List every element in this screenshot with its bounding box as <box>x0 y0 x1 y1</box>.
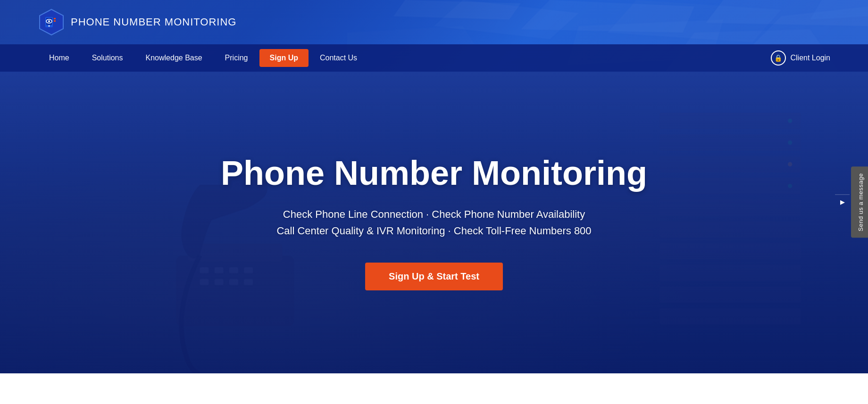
svg-rect-17 <box>54 20 56 22</box>
logo-text: PHONE NUMBER MONITORING <box>71 16 236 28</box>
side-message-tab[interactable]: Send us a message ▶ <box>851 166 868 238</box>
nav-item-knowledge-base[interactable]: Knowledge Base <box>134 45 214 71</box>
side-tab-arrow: ▶ <box>835 195 850 210</box>
nav-links: Home Solutions Knowledge Base Pricing Si… <box>38 45 368 71</box>
hero-content: Phone Number Monitoring Check Phone Line… <box>211 126 657 319</box>
hero-subtitle-line2: Call Center Quality & IVR Monitoring · C… <box>276 225 591 237</box>
logo[interactable]: PHONE NUMBER MONITORING <box>38 8 236 36</box>
nav-link-contact[interactable]: Contact Us <box>309 45 368 71</box>
nav-item-home[interactable]: Home <box>38 45 81 71</box>
nav-item-contact[interactable]: Contact Us <box>309 45 368 71</box>
nav-item-solutions[interactable]: Solutions <box>81 45 134 71</box>
nav-link-knowledge-base[interactable]: Knowledge Base <box>134 45 214 71</box>
svg-point-15 <box>48 20 50 22</box>
navbar: Home Solutions Knowledge Base Pricing Si… <box>0 44 868 72</box>
hero-cta-button[interactable]: Sign Up & Start Test <box>365 263 503 290</box>
hero-subtitle-line1: Check Phone Line Connection · Check Phon… <box>283 208 585 220</box>
logo-icon <box>38 8 65 36</box>
hero-subtitle: Check Phone Line Connection · Check Phon… <box>221 206 647 239</box>
nav-link-pricing[interactable]: Pricing <box>214 45 259 71</box>
nav-link-home[interactable]: Home <box>38 45 81 71</box>
lock-icon: 🔒 <box>771 50 786 66</box>
nav-item-signup[interactable]: Sign Up <box>259 49 309 67</box>
svg-point-13 <box>49 25 50 27</box>
nav-link-solutions[interactable]: Solutions <box>81 45 134 71</box>
nav-item-pricing[interactable]: Pricing <box>214 45 259 71</box>
svg-rect-16 <box>54 18 56 19</box>
nav-link-signup[interactable]: Sign Up <box>259 49 309 67</box>
side-tab-label: Send us a message <box>853 166 868 238</box>
client-login-button[interactable]: 🔒 Client Login <box>771 50 831 66</box>
header-top: PHONE NUMBER MONITORING <box>0 0 868 44</box>
hero-section: Phone Number Monitoring Check Phone Line… <box>0 72 868 373</box>
hero-title: Phone Number Monitoring <box>221 155 647 192</box>
client-login-label: Client Login <box>791 54 831 62</box>
site-header: PHONE NUMBER MONITORING Home Solutions K… <box>0 0 868 72</box>
